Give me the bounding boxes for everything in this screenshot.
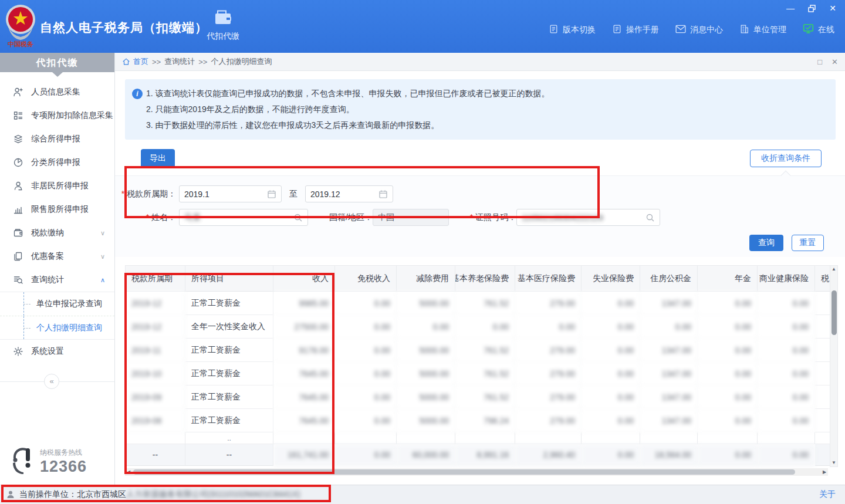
table-cell: 279.00	[515, 362, 582, 385]
sidebar-subitem-单位申报记录查询[interactable]: 单位申报记录查询	[0, 292, 114, 316]
toolbar: 导出 收折查询条件	[141, 149, 822, 168]
table-row: 2019-10正常工资薪金7645.000.005000.00761.52279…	[126, 362, 829, 385]
scroll-right-icon[interactable]: ▶	[821, 469, 828, 475]
table-cell: 5000.00	[397, 362, 455, 385]
sidebar-item-label: 税款缴纳	[31, 228, 64, 238]
export-button[interactable]: 导出	[141, 149, 175, 168]
scroll-down-icon[interactable]: ▼	[830, 459, 837, 466]
table-cell	[815, 315, 830, 339]
table-row: 2019-12全年一次性奖金收入27500.000.000.000.000.00…	[126, 315, 829, 339]
top-menu-item-4[interactable]: 单位管理	[739, 24, 786, 36]
table-cell: 0.00	[335, 339, 397, 362]
range-join-label: 至	[282, 189, 305, 199]
table-cell: 279.00	[515, 409, 582, 432]
table-cell: 0.00	[698, 315, 758, 339]
chevron-down-icon: ∨	[100, 229, 105, 237]
column-header-税款所属期: 税款所属期	[126, 266, 185, 292]
table-cell: 2019-11	[126, 339, 185, 362]
top-menu-item-3[interactable]: 消息中心	[675, 25, 723, 35]
vertical-scroll-thumb[interactable]	[832, 290, 837, 335]
wallet-icon	[213, 8, 233, 27]
table-cell	[698, 432, 758, 444]
calendar-icon[interactable]	[267, 190, 276, 199]
table-cell: 0.00	[758, 385, 815, 409]
column-header-住房公积金: 住房公积金	[640, 266, 698, 292]
table-cell: 761.52	[455, 362, 515, 385]
results-table: 税款所属期所得项目收入免税收入减除费用基本养老保险费基本医疗保险费失业保险费住房…	[125, 265, 830, 466]
search-icon[interactable]	[645, 213, 655, 222]
sidebar-item-专项附加扣除信息采集[interactable]: 专项附加扣除信息采集	[0, 104, 114, 127]
sidebar-subitem-个人扣缴明细查询[interactable]: 个人扣缴明细查询	[0, 316, 114, 339]
breadcrumb-level2: 个人扣缴明细查询	[211, 56, 272, 67]
table-cell: 0.00	[758, 362, 815, 385]
table-cell: 0.00	[515, 315, 582, 339]
info-icon: i	[132, 89, 143, 99]
breadcrumb-level1: 查询统计	[164, 56, 195, 67]
search-icon[interactable]	[293, 213, 303, 222]
sidebar-item-查询统计[interactable]: 查询统计∧	[0, 268, 114, 292]
sidebar-item-税款缴纳[interactable]: 税款缴纳∨	[0, 221, 114, 245]
column-header-免税收入: 免税收入	[335, 266, 397, 292]
table-cell: 27500.00	[273, 315, 335, 339]
nav-tab-label: 代扣代缴	[202, 31, 244, 42]
period-to-input[interactable]: 2019.12	[305, 185, 393, 202]
top-menu-item-1[interactable]: 版本切换	[549, 24, 596, 36]
table-cell: 0.00	[335, 292, 397, 315]
sidebar-item-优惠备案[interactable]: 优惠备案∨	[0, 245, 114, 268]
table-row: 2019-12正常工资薪金9985.000.005000.00761.52279…	[126, 292, 829, 315]
user-icon	[6, 490, 15, 499]
nav-tab-withholding[interactable]: 代扣代缴	[202, 8, 244, 42]
titlebar: 中国税务 自然人电子税务局（扣缴端） 代扣代缴 版本切换操作手册消息中心单位管理…	[0, 0, 845, 53]
panel-close-icon[interactable]: ✕	[832, 57, 838, 66]
table-cell: 全年一次性奖金收入	[185, 315, 273, 339]
id-number-input[interactable]: 110502199304222129	[516, 209, 660, 226]
table-cell: 279.00	[515, 292, 582, 315]
horizontal-scrollbar[interactable]: ◀ ▶	[125, 468, 828, 476]
sidebar-item-人员信息采集[interactable]: 人员信息采集	[0, 80, 114, 104]
table-cell: 0.00	[582, 292, 640, 315]
sidebar-item-label: 综合所得申报	[31, 134, 80, 144]
top-menu-item-5[interactable]: 在线	[803, 23, 834, 36]
collapse-query-button[interactable]: 收折查询条件	[750, 150, 822, 167]
sidebar-item-非居民所得申报[interactable]: 非居民所得申报	[0, 174, 114, 198]
panel-maximize-icon[interactable]: □	[817, 57, 822, 66]
period-label: 税款所属期：	[115, 189, 176, 199]
sidebar-item-限售股所得申报[interactable]: 限售股所得申报	[0, 198, 114, 221]
vertical-scrollbar[interactable]: ▲ ▼	[830, 265, 838, 467]
horizontal-scroll-thumb[interactable]	[133, 469, 795, 475]
table-cell: 0.00	[582, 409, 640, 432]
sidebar-item-系统设置[interactable]: 系统设置	[0, 340, 114, 363]
bar-chart-icon	[13, 204, 23, 215]
notice-box: i 1. 该查询统计表仅能查询已申报成功的数据，不包含未申报、申报失败，已申报但…	[125, 79, 836, 140]
restore-icon[interactable]	[805, 2, 818, 14]
reset-button[interactable]: 重置	[792, 235, 824, 251]
period-from-input[interactable]: 2019.1	[179, 185, 282, 202]
table-cell: 9985.00	[273, 292, 335, 315]
sidebar-item-分类所得申报[interactable]: 分类所得申报	[0, 151, 114, 174]
top-menu-item-2[interactable]: 操作手册	[612, 24, 659, 36]
panel-caret	[781, 171, 791, 181]
current-unit-prefix: 当前操作单位：	[19, 489, 77, 500]
table-cell: 0.00	[758, 292, 815, 315]
notice-line: 2. 只能查询2019年及之后的数据，不能进行跨年度查询。	[146, 102, 826, 117]
table-cell: 0.00	[397, 315, 455, 339]
minimize-icon[interactable]: —	[784, 2, 797, 14]
table-cell: 0.00	[758, 444, 815, 466]
table-cell: 1347.00	[640, 292, 698, 315]
sidebar-item-label: 系统设置	[31, 346, 64, 357]
sidebar-collapse-button[interactable]: «	[44, 374, 59, 389]
table-cell: 0.00	[758, 339, 815, 362]
calendar-icon[interactable]	[378, 190, 388, 199]
table-cell: 2019-12	[126, 292, 185, 315]
table-cell: 正常工资薪金	[185, 292, 273, 315]
scroll-left-icon[interactable]: ◀	[125, 469, 132, 475]
query-button[interactable]: 查询	[749, 235, 783, 251]
table-cell	[273, 432, 335, 444]
table-cell: 2019-10	[126, 362, 185, 385]
breadcrumb-home[interactable]: 首页	[122, 56, 148, 67]
name-input[interactable]: 马某	[179, 209, 308, 226]
scroll-up-icon[interactable]: ▲	[830, 266, 837, 273]
about-link[interactable]: 关于	[819, 489, 836, 500]
close-icon[interactable]: ✕	[826, 2, 839, 14]
sidebar-item-综合所得申报[interactable]: 综合所得申报	[0, 127, 114, 151]
